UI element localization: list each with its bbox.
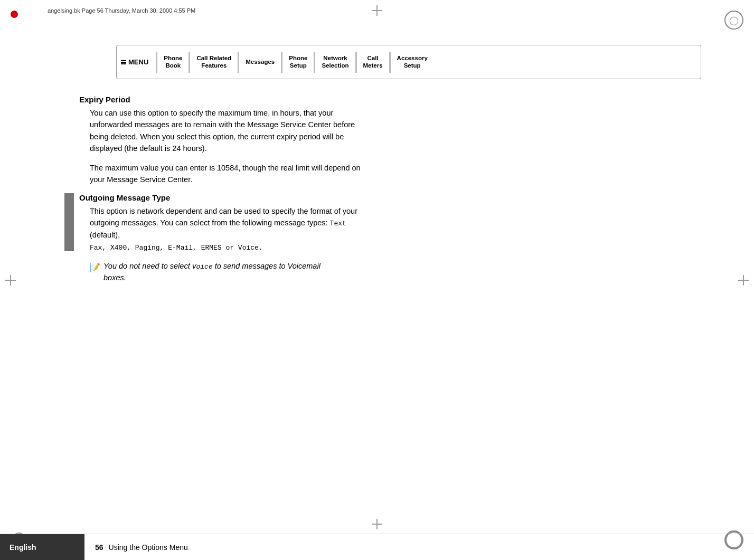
nav-item-network-selection[interactable]: Network Selection	[316, 45, 354, 79]
outgoing-p1-post: (default),	[90, 231, 120, 239]
footer: English 56 Using the Options Menu	[0, 534, 754, 560]
nav-item-messages[interactable]: Messages	[240, 45, 280, 79]
nav-item-phone-setup-line1: Phone	[289, 55, 307, 62]
gray-sidebar-bar	[64, 193, 74, 251]
outgoing-message-type-body: This option is network dependent and can…	[90, 205, 364, 253]
nav-item-call-meters-line1: Call	[367, 55, 379, 62]
footer-page-number: 56	[95, 543, 103, 552]
outgoing-p2-mono: Fax, X400, Paging, E-Mail, ERMES or Voic…	[90, 244, 263, 252]
nav-item-phone-setup[interactable]: Phone Setup	[284, 45, 313, 79]
nav-sep-5	[314, 52, 315, 73]
edge-marker-top	[372, 5, 382, 16]
menu-label: MENU	[128, 58, 148, 66]
nav-item-messages-line1: Messages	[246, 59, 275, 66]
nav-item-phone-book-line1: Phone	[164, 55, 182, 62]
nav-item-accessory-setup-line1: Accessory	[397, 55, 428, 62]
edge-marker-right	[738, 275, 749, 286]
nav-item-network-selection-line1: Network	[323, 55, 347, 62]
nav-item-phone-setup-line2: Setup	[290, 62, 307, 70]
nav-sep-7	[389, 52, 391, 73]
note-text: You do not need to select Voice to send …	[103, 261, 343, 284]
footer-page-text: Using the Options Menu	[109, 543, 188, 552]
nav-item-call-related-line1: Call Related	[196, 55, 231, 62]
nav-item-call-meters[interactable]: Call Meters	[358, 45, 388, 79]
expiry-period-section: Expiry Period You can use this option to…	[79, 95, 701, 186]
edge-marker-left	[5, 275, 16, 286]
registration-mark-tr: ◯	[724, 11, 743, 30]
outgoing-message-type-section: Outgoing Message Type This option is net…	[79, 193, 701, 284]
nav-sep-2	[188, 52, 190, 73]
nav-item-accessory-setup[interactable]: Accessory Setup	[392, 45, 433, 79]
note-block: 📝 You do not need to select Voice to sen…	[90, 261, 343, 284]
nav-sep-6	[355, 52, 357, 73]
nav-sep-4	[281, 52, 282, 73]
expiry-period-p1: You can use this option to specify the m…	[90, 107, 364, 155]
outgoing-p1-pre: This option is network dependent and can…	[90, 207, 357, 227]
nav-item-phone-book-line2: Book	[165, 62, 181, 70]
note-mono: Voice	[192, 263, 213, 271]
note-icon: 📝	[90, 261, 100, 274]
nav-sep-3	[238, 52, 239, 73]
navigation-bar: MENU Phone Book Call Related Features Me…	[116, 45, 701, 79]
edge-marker-bottom	[372, 519, 382, 529]
nav-item-accessory-setup-line2: Setup	[404, 62, 421, 70]
note-pre: You do not need to select	[103, 262, 192, 270]
menu-icon	[121, 60, 126, 64]
nav-sep-1	[156, 52, 157, 73]
corner-tr-decoration: ◯	[712, 11, 743, 42]
content-area: Expiry Period You can use this option to…	[69, 90, 712, 518]
outgoing-text-default: Text	[330, 220, 346, 227]
nav-item-network-selection-line2: Selection	[322, 62, 348, 70]
footer-language: English	[0, 534, 84, 561]
corner-tl-decoration	[11, 11, 42, 42]
nav-item-call-meters-line2: Meters	[363, 62, 383, 70]
nav-item-call-related-line2: Features	[201, 62, 227, 70]
outgoing-message-type-title: Outgoing Message Type	[79, 193, 701, 202]
expiry-period-p2: The maximum value you can enter is 10584…	[90, 162, 364, 186]
nav-item-phone-book[interactable]: Phone Book	[158, 45, 187, 79]
menu-label-container: MENU	[121, 58, 153, 66]
expiry-period-title: Expiry Period	[79, 95, 701, 104]
file-info: angelsing.bk Page 56 Thursday, March 30,…	[48, 7, 195, 14]
nav-item-call-related[interactable]: Call Related Features	[191, 45, 237, 79]
